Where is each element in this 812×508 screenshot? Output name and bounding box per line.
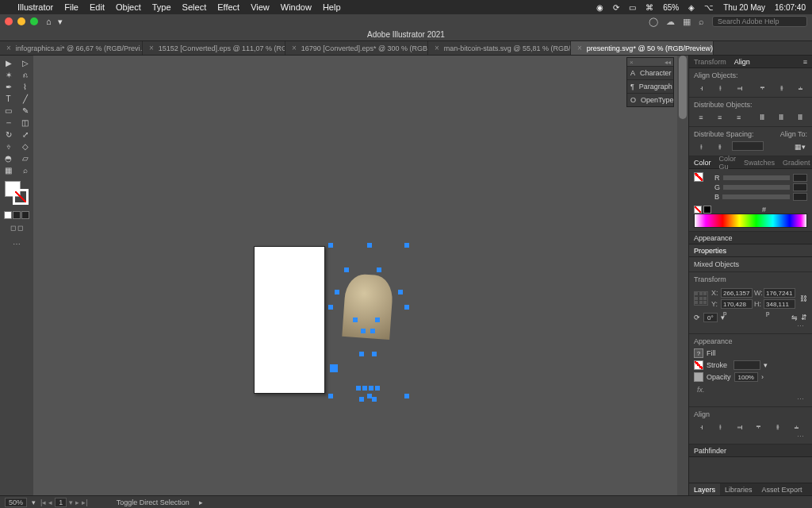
g-slider[interactable] xyxy=(723,185,790,190)
fill-stroke-swatch[interactable] xyxy=(5,181,29,205)
flip-v-icon[interactable]: ⇵ xyxy=(801,314,807,321)
close-icon[interactable]: × xyxy=(577,44,582,52)
tab-layers[interactable]: Layers xyxy=(689,483,720,495)
pathfinder-section-label[interactable]: Pathfinder xyxy=(689,444,812,457)
dist-left-icon[interactable]: Ⅲ xyxy=(755,112,769,123)
b-value[interactable] xyxy=(793,193,807,201)
dist-top-icon[interactable]: ≡ xyxy=(694,112,708,123)
shape-builder-tool[interactable]: ◓ xyxy=(0,152,17,164)
eraser-tool[interactable]: ◫ xyxy=(17,117,33,129)
last-page-icon[interactable]: ▸| xyxy=(82,498,87,506)
window-maximize-button[interactable] xyxy=(30,17,38,25)
close-icon[interactable]: × xyxy=(435,44,439,52)
lock-aspect-icon[interactable]: ⛓ xyxy=(800,294,807,302)
window-close-button[interactable] xyxy=(5,17,13,25)
tab-libraries[interactable]: Libraries xyxy=(720,483,757,495)
rotation-value[interactable]: 0° xyxy=(703,313,718,322)
menu-edit[interactable]: Edit xyxy=(90,2,105,12)
tab-color[interactable]: Color xyxy=(694,159,711,167)
tab-presenting[interactable]: ×presenting.svg* @ 50 % (RGB/Preview) xyxy=(571,41,714,55)
align-left-icon[interactable]: ⫞ xyxy=(694,421,708,433)
color-spectrum[interactable] xyxy=(694,214,807,228)
menu-help[interactable]: Help xyxy=(323,2,341,12)
align-right-icon[interactable]: ⫤ xyxy=(732,421,746,433)
rectangle-tool[interactable]: ▭ xyxy=(0,105,17,117)
panel-menu-icon[interactable]: ≡ xyxy=(803,58,807,66)
menubar-battery[interactable]: 65% xyxy=(663,3,679,12)
type-tool[interactable]: T xyxy=(0,93,17,105)
type-panel-opentype[interactable]: OOpenType xyxy=(627,93,673,106)
window-minimize-button[interactable] xyxy=(17,17,25,25)
arrange-icon[interactable]: ▦ xyxy=(683,17,691,27)
w-value[interactable]: 176,7241 xyxy=(764,288,795,298)
none-swatch-icon[interactable] xyxy=(694,206,702,214)
align-bottom-icon[interactable]: ⫨ xyxy=(789,421,803,433)
dropdown-icon[interactable]: › xyxy=(761,373,764,381)
menu-effect[interactable]: Effect xyxy=(217,2,239,12)
free-transform-tool[interactable]: ◇ xyxy=(17,140,33,152)
spacing-value[interactable] xyxy=(732,141,764,151)
properties-panel-title[interactable]: Properties xyxy=(689,244,812,257)
r-slider[interactable] xyxy=(723,175,791,180)
line-tool[interactable]: ╱ xyxy=(17,93,33,105)
tab-color-guide[interactable]: Color Gu xyxy=(719,155,737,171)
menu-object[interactable]: Object xyxy=(116,2,141,12)
tab-infographics[interactable]: ×infographics.ai* @ 66,67 % (RGB/Previ… xyxy=(0,41,143,55)
first-page-icon[interactable]: |◂ xyxy=(40,498,46,506)
tab-gradient[interactable]: Gradient xyxy=(783,159,810,167)
color-mode-row[interactable] xyxy=(4,211,29,219)
zoom-level[interactable]: 50% xyxy=(5,498,27,507)
menu-select[interactable]: Select xyxy=(182,2,207,12)
dropdown-icon[interactable]: ▾ xyxy=(721,314,725,321)
tab-align[interactable]: Align xyxy=(734,58,750,66)
stroke-swatch[interactable] xyxy=(13,189,29,205)
color-fill-swatch[interactable] xyxy=(694,172,703,182)
dist-hcenter-icon[interactable]: Ⅲ xyxy=(774,112,788,123)
search-help-input[interactable]: Search Adobe Help xyxy=(712,16,807,27)
transform-more-icon[interactable]: ⋯ xyxy=(694,322,807,330)
close-icon[interactable]: × xyxy=(149,44,154,52)
zoom-dropdown-icon[interactable]: ▾ xyxy=(32,498,36,506)
zoom-tool[interactable]: ⌕ xyxy=(17,164,33,176)
align-top-icon[interactable]: ⫧ xyxy=(751,421,765,433)
align-left-icon[interactable]: ⫞ xyxy=(694,83,708,94)
tab-asset-export[interactable]: Asset Export xyxy=(757,483,807,495)
direct-selection-tool[interactable]: ▷ xyxy=(17,57,33,69)
screen-mode-icon[interactable]: ◻ xyxy=(17,224,23,232)
collapse-icon[interactable]: ◂◂ xyxy=(665,59,671,66)
prev-page-icon[interactable]: ◂ xyxy=(48,498,52,506)
draw-mode-icon[interactable]: ◻ xyxy=(10,224,16,232)
menu-view[interactable]: View xyxy=(251,2,270,12)
fill-icon[interactable]: ? xyxy=(694,348,703,358)
shaper-tool[interactable]: ⎓ xyxy=(0,117,17,129)
tab-swatches[interactable]: Swatches xyxy=(744,159,775,167)
flip-h-icon[interactable]: ⇋ xyxy=(791,314,798,321)
tab-16790[interactable]: ×16790 [Converted].eps* @ 300 % (RGB/Pre… xyxy=(285,41,428,55)
y-value[interactable]: 170,428 p xyxy=(721,299,753,309)
close-icon[interactable]: × xyxy=(292,44,297,52)
stroke-weight[interactable] xyxy=(733,360,760,370)
rotate-tool[interactable]: ↻ xyxy=(0,129,17,140)
chevron-down-icon[interactable]: ▾ xyxy=(58,17,63,27)
r-value[interactable] xyxy=(793,174,807,182)
selection-tool[interactable]: ▶ xyxy=(0,57,17,69)
home-icon[interactable]: ⌂ xyxy=(46,17,52,27)
menu-file[interactable]: File xyxy=(64,2,79,12)
toolbar-more[interactable]: ⋯ xyxy=(0,240,33,248)
align-more-icon[interactable]: ⋯ xyxy=(694,433,807,441)
magic-wand-tool[interactable]: ✶ xyxy=(0,69,17,81)
gradient-tool[interactable]: ▦ xyxy=(0,164,17,176)
scrollbar-thumb[interactable] xyxy=(679,56,687,119)
dist-bottom-icon[interactable]: ≡ xyxy=(732,112,746,123)
appearance-panel-title[interactable]: Appearance xyxy=(689,232,812,244)
tab-15152[interactable]: ×15152 [Converted].eps @ 111,07 % (RGB/P… xyxy=(143,41,285,55)
menu-window[interactable]: Window xyxy=(281,2,312,12)
close-icon[interactable]: × xyxy=(6,44,11,52)
menubar-sync-icon[interactable]: ⟳ xyxy=(613,3,619,12)
page-number[interactable]: 1 xyxy=(55,498,67,507)
scale-tool[interactable]: ⤢ xyxy=(17,129,33,140)
dist-vspace-icon[interactable]: ⫲ xyxy=(694,141,708,152)
align-vcenter-icon[interactable]: ⫵ xyxy=(770,421,784,433)
type-panel-character[interactable]: ACharacter xyxy=(627,66,673,79)
perspective-tool[interactable]: ▱ xyxy=(17,152,33,164)
